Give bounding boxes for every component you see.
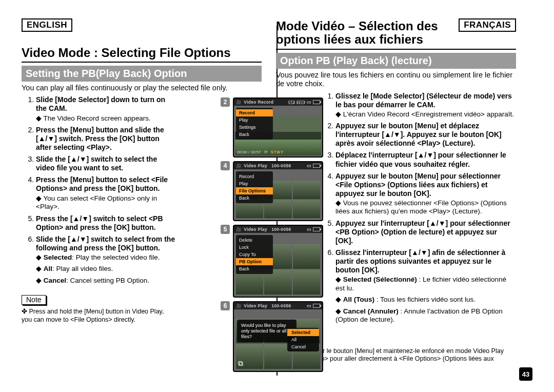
step-main: Press the [Menu] button to select <File … (36, 175, 175, 193)
note-text-en: Press and hold the [Menu] button in Vide… (22, 308, 175, 324)
card-icon: ▭ (307, 163, 311, 168)
menu-item: Back (236, 265, 273, 272)
step-item: Press the [▲/▼] switch to select <PB Opt… (36, 214, 175, 232)
step-sub: Selected: Play the selected video file. (36, 253, 175, 262)
step-item: Déplacez l'interrupteur [▲/▼] pour sélec… (335, 151, 516, 168)
step-main: Slide [Mode Selector] down to turn on th… (36, 95, 175, 113)
screen2-time: 00:00 / 10:57 (237, 150, 261, 154)
page-number-badge: 43 (519, 367, 532, 381)
screen2-status: STBY (271, 150, 284, 154)
step-sub: Vous ne pouvez sélectionner <File Option… (335, 199, 516, 216)
screen6-folder: 100-0056 (271, 303, 291, 308)
screen-video-play-5: 🎥 Video Play 100-0056 ▭ DeleteLockCopy T… (233, 225, 323, 298)
screenshots-column: 2 🎥 Video Record SF 720 ▭ RecordPlaySett… (221, 97, 323, 372)
menu-panel-4: RecordPlayFile OptionsBack (236, 171, 273, 203)
screen-video-play-4: 🎥 Video Play 100-0056 ▭ RecordPlayFile O… (233, 161, 323, 221)
step-main: Glissez le [Mode Selector] (Sélecteur de… (335, 92, 516, 109)
lang-badge-fr: FRANÇAIS (459, 18, 516, 32)
step-item: Press the [Menu] button and slide the [▲… (36, 126, 175, 152)
menu-item: Record (236, 173, 273, 180)
screen4-title: Video Play (244, 163, 267, 168)
en-title-text: Video Mode : Selecting File Options (22, 46, 231, 60)
screenshot-2: 2 🎥 Video Record SF 720 ▭ RecordPlaySett… (221, 97, 323, 158)
battery-icon (313, 227, 320, 231)
dialog-option: Selected (287, 329, 319, 336)
en-title: Video Mode : Selecting File Options (22, 34, 262, 63)
step-item: Press the [Menu] button to select <File … (36, 175, 175, 211)
step-main: Slide the [▲/▼] switch to select the vid… (36, 155, 175, 172)
cam-icon: 🎥 (236, 303, 242, 308)
step-badge-4: 4 (221, 161, 230, 170)
step-sub: The Video Record screen appears. (36, 114, 175, 123)
step-main: Glissez l'interrupteur [▲/▼] afin de sél… (335, 248, 516, 275)
fr-intro: Vous pouvez lire tous les fichiers en co… (276, 71, 516, 89)
step-sub: Selected (Sélectionné) : Le fichier vidé… (335, 276, 516, 292)
badge-720: 720 (296, 101, 305, 104)
note-label-en: Note (22, 295, 46, 305)
menu-panel-2: RecordPlaySettingsBack (236, 108, 273, 140)
screen4-folder: 100-0056 (271, 163, 291, 168)
screen6-title: Video Play (244, 303, 267, 308)
step-badge-2: 2 (221, 97, 230, 107)
step-item: Slide [Mode Selector] down to turn on th… (36, 95, 175, 123)
dialog-option: All (287, 336, 319, 343)
step-main: Déplacez l'interrupteur [▲/▼] pour sélec… (335, 151, 516, 168)
step-main: Appuyez sur l'interrupteur [▲/▼] pour sé… (335, 219, 516, 245)
fr-section-heading: Option PB (Play Back) (lecture) (276, 53, 516, 69)
step-main: Press the [Menu] button and slide the [▲… (36, 126, 175, 152)
menu-item: Back (236, 131, 273, 138)
step-sub: You can select <File Options> only in <P… (36, 194, 175, 211)
badge-sf: SF (288, 101, 295, 104)
cam-icon: 🎥 (236, 100, 242, 105)
step-sub: All (Tous) : Tous les fichiers vidéo son… (335, 296, 516, 304)
menu-item: Play (236, 180, 273, 187)
step-item: Appuyez sur le bouton [Menu] et déplacez… (335, 122, 516, 148)
step-sub: L'écran Video Record <Enregistrement vid… (335, 110, 516, 119)
card-icon: ▭ (307, 100, 311, 105)
step-main: Press the [▲/▼] switch to select <PB Opt… (36, 214, 175, 232)
dialog-option: Cancel (287, 343, 319, 350)
menu-panel-5: DeleteLockCopy ToPB OptionBack (236, 235, 273, 274)
step-sub: Cancel (Annuler) : Annule l'activation d… (335, 307, 516, 324)
screenshot-4: 4 🎥 Video Play 100-0056 ▭ RecordPlayFile… (221, 161, 323, 221)
cam-icon: 🎥 (236, 163, 242, 168)
loop-icon: ⟳ (264, 150, 268, 154)
step-sub: Cancel: Cancel setting PB Option. (36, 277, 175, 285)
cam-icon: 🎥 (236, 227, 242, 232)
step-main: Appuyez sur le bouton [Menu] et déplacez… (335, 122, 516, 148)
step-badge-5: 5 (221, 225, 230, 234)
menu-item: Delete (236, 237, 273, 244)
copy-icon: ⧉ (238, 359, 243, 368)
menu-item: Settings (236, 124, 273, 131)
step-item: Slide the [▲/▼] switch to select from th… (36, 235, 175, 285)
step-main: Slide the [▲/▼] switch to select from th… (36, 235, 175, 252)
screen-video-record: 🎥 Video Record SF 720 ▭ RecordPlaySettin… (233, 97, 323, 158)
en-intro: You can play all files continuously or p… (22, 84, 262, 92)
screen2-title: Video Record (244, 100, 273, 105)
step-badge-6: 6 (221, 301, 230, 310)
screenshot-6: 6 🎥 Video Play 100-0056 ▭ Would you like… (221, 301, 323, 372)
step-item: Slide the [▲/▼] switch to select the vid… (36, 155, 175, 172)
menu-item: Record (236, 109, 273, 116)
card-icon: ▭ (307, 227, 311, 232)
fr-steps: Glissez le [Mode Selector] (Sélecteur de… (321, 92, 516, 371)
dialog-options: SelectedAllCancel (287, 328, 319, 351)
screen-video-play-6: 🎥 Video Play 100-0056 ▭ Would you like t… (233, 301, 323, 372)
step-item: Appuyez sur le bouton [Menu] pour sélect… (335, 172, 516, 216)
card-icon: ▭ (307, 303, 311, 308)
menu-item: PB Option (236, 258, 273, 265)
screen5-title: Video Play (244, 227, 267, 232)
menu-item: Copy To (236, 251, 273, 258)
step-sub: All: Play all video files. (36, 265, 175, 273)
menu-item: File Options (236, 187, 273, 194)
battery-icon (313, 100, 320, 104)
step-item: Glissez le [Mode Selector] (Sélecteur de… (335, 92, 516, 119)
menu-item: Back (236, 194, 273, 202)
menu-item: Lock (236, 244, 273, 251)
step-main: Appuyez sur le bouton [Menu] pour sélect… (335, 172, 516, 198)
screen5-folder: 100-0056 (271, 227, 291, 232)
battery-icon (313, 164, 320, 168)
step-item: Appuyez sur l'interrupteur [▲/▼] pour sé… (335, 219, 516, 245)
lang-badge-en: ENGLISH (22, 18, 72, 32)
en-section-heading: Setting the PB(Play Back) Option (22, 66, 262, 82)
